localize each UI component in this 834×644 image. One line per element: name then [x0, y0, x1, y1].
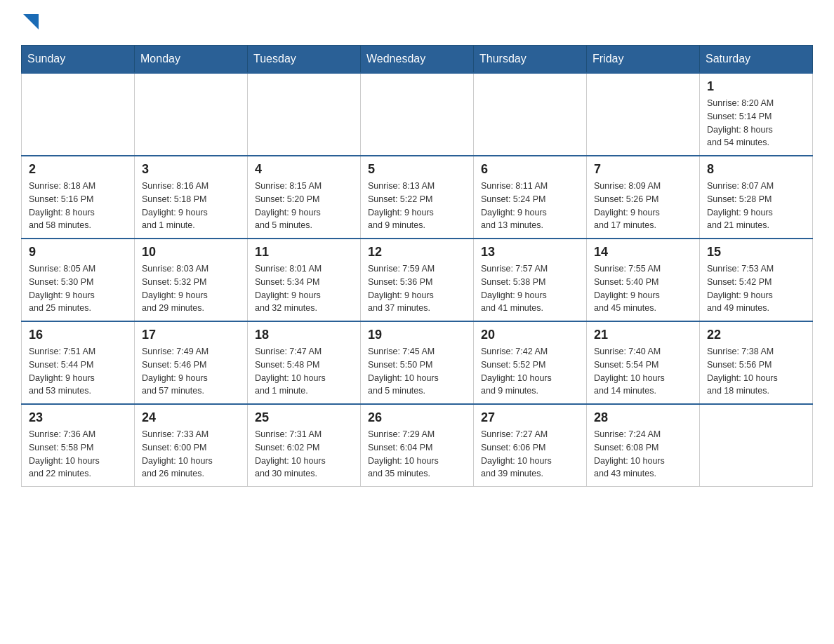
- day-number: 12: [368, 245, 466, 260]
- day-info: Sunrise: 7:45 AM Sunset: 5:50 PM Dayligh…: [368, 345, 466, 398]
- calendar-cell: 15Sunrise: 7:53 AM Sunset: 5:42 PM Dayli…: [700, 239, 813, 321]
- calendar-cell: 5Sunrise: 8:13 AM Sunset: 5:22 PM Daylig…: [361, 156, 474, 239]
- week-row-3: 9Sunrise: 8:05 AM Sunset: 5:30 PM Daylig…: [22, 239, 813, 321]
- calendar-cell: 19Sunrise: 7:45 AM Sunset: 5:50 PM Dayli…: [361, 321, 474, 404]
- calendar-cell: 3Sunrise: 8:16 AM Sunset: 5:18 PM Daylig…: [135, 156, 248, 239]
- logo-arrow-icon: [23, 14, 39, 29]
- day-number: 13: [481, 245, 579, 260]
- day-number: 20: [481, 328, 579, 342]
- day-info: Sunrise: 8:05 AM Sunset: 5:30 PM Dayligh…: [29, 262, 127, 315]
- day-number: 19: [368, 328, 466, 342]
- day-number: 23: [29, 410, 127, 425]
- day-info: Sunrise: 7:53 AM Sunset: 5:42 PM Dayligh…: [707, 262, 805, 315]
- calendar-cell: 1Sunrise: 8:20 AM Sunset: 5:14 PM Daylig…: [700, 73, 813, 156]
- calendar-cell: 26Sunrise: 7:29 AM Sunset: 6:04 PM Dayli…: [361, 404, 474, 487]
- calendar-cell: 12Sunrise: 7:59 AM Sunset: 5:36 PM Dayli…: [361, 239, 474, 321]
- day-info: Sunrise: 8:13 AM Sunset: 5:22 PM Dayligh…: [368, 180, 466, 232]
- day-number: 4: [255, 162, 353, 177]
- calendar-cell: 20Sunrise: 7:42 AM Sunset: 5:52 PM Dayli…: [474, 321, 587, 404]
- day-info: Sunrise: 7:59 AM Sunset: 5:36 PM Dayligh…: [368, 262, 466, 315]
- page-header: [21, 14, 813, 31]
- day-number: 1: [707, 79, 805, 94]
- day-info: Sunrise: 7:51 AM Sunset: 5:44 PM Dayligh…: [29, 345, 127, 398]
- calendar-cell: [361, 73, 474, 156]
- day-number: 18: [255, 328, 353, 342]
- day-number: 25: [255, 410, 353, 425]
- calendar-cell: 8Sunrise: 8:07 AM Sunset: 5:28 PM Daylig…: [700, 156, 813, 239]
- day-number: 26: [368, 410, 466, 425]
- day-number: 2: [29, 162, 127, 177]
- calendar-cell: [248, 73, 361, 156]
- day-info: Sunrise: 8:11 AM Sunset: 5:24 PM Dayligh…: [481, 180, 579, 232]
- day-number: 17: [142, 328, 240, 342]
- calendar-cell: 28Sunrise: 7:24 AM Sunset: 6:08 PM Dayli…: [587, 404, 700, 487]
- calendar-cell: 27Sunrise: 7:27 AM Sunset: 6:06 PM Dayli…: [474, 404, 587, 487]
- day-number: 15: [707, 245, 805, 260]
- day-info: Sunrise: 7:38 AM Sunset: 5:56 PM Dayligh…: [707, 345, 805, 398]
- day-info: Sunrise: 7:47 AM Sunset: 5:48 PM Dayligh…: [255, 345, 353, 398]
- day-number: 22: [707, 328, 805, 342]
- day-info: Sunrise: 8:16 AM Sunset: 5:18 PM Dayligh…: [142, 180, 240, 232]
- day-info: Sunrise: 7:24 AM Sunset: 6:08 PM Dayligh…: [594, 428, 692, 481]
- calendar-cell: 6Sunrise: 8:11 AM Sunset: 5:24 PM Daylig…: [474, 156, 587, 239]
- calendar-cell: [587, 73, 700, 156]
- weekday-header-row: SundayMondayTuesdayWednesdayThursdayFrid…: [22, 46, 813, 74]
- calendar-cell: 25Sunrise: 7:31 AM Sunset: 6:02 PM Dayli…: [248, 404, 361, 487]
- weekday-header-tuesday: Tuesday: [248, 46, 361, 74]
- day-number: 10: [142, 245, 240, 260]
- week-row-2: 2Sunrise: 8:18 AM Sunset: 5:16 PM Daylig…: [22, 156, 813, 239]
- calendar-cell: 18Sunrise: 7:47 AM Sunset: 5:48 PM Dayli…: [248, 321, 361, 404]
- weekday-header-thursday: Thursday: [474, 46, 587, 74]
- day-info: Sunrise: 8:09 AM Sunset: 5:26 PM Dayligh…: [594, 180, 692, 232]
- logo: [21, 14, 39, 31]
- week-row-1: 1Sunrise: 8:20 AM Sunset: 5:14 PM Daylig…: [22, 73, 813, 156]
- calendar-cell: 9Sunrise: 8:05 AM Sunset: 5:30 PM Daylig…: [22, 239, 135, 321]
- calendar-cell: [135, 73, 248, 156]
- calendar-cell: [700, 404, 813, 487]
- calendar-cell: 22Sunrise: 7:38 AM Sunset: 5:56 PM Dayli…: [700, 321, 813, 404]
- day-info: Sunrise: 8:03 AM Sunset: 5:32 PM Dayligh…: [142, 262, 240, 315]
- calendar-cell: 7Sunrise: 8:09 AM Sunset: 5:26 PM Daylig…: [587, 156, 700, 239]
- day-info: Sunrise: 7:55 AM Sunset: 5:40 PM Dayligh…: [594, 262, 692, 315]
- weekday-header-monday: Monday: [135, 46, 248, 74]
- calendar-cell: 16Sunrise: 7:51 AM Sunset: 5:44 PM Dayli…: [22, 321, 135, 404]
- svg-marker-0: [23, 14, 39, 29]
- day-info: Sunrise: 8:01 AM Sunset: 5:34 PM Dayligh…: [255, 262, 353, 315]
- weekday-header-sunday: Sunday: [22, 46, 135, 74]
- day-info: Sunrise: 8:07 AM Sunset: 5:28 PM Dayligh…: [707, 180, 805, 232]
- day-number: 3: [142, 162, 240, 177]
- day-info: Sunrise: 8:18 AM Sunset: 5:16 PM Dayligh…: [29, 180, 127, 232]
- day-info: Sunrise: 7:36 AM Sunset: 5:58 PM Dayligh…: [29, 428, 127, 481]
- day-info: Sunrise: 7:27 AM Sunset: 6:06 PM Dayligh…: [481, 428, 579, 481]
- day-info: Sunrise: 7:42 AM Sunset: 5:52 PM Dayligh…: [481, 345, 579, 398]
- calendar-cell: 4Sunrise: 8:15 AM Sunset: 5:20 PM Daylig…: [248, 156, 361, 239]
- calendar-cell: [474, 73, 587, 156]
- calendar-cell: 23Sunrise: 7:36 AM Sunset: 5:58 PM Dayli…: [22, 404, 135, 487]
- weekday-header-wednesday: Wednesday: [361, 46, 474, 74]
- day-number: 21: [594, 328, 692, 342]
- week-row-4: 16Sunrise: 7:51 AM Sunset: 5:44 PM Dayli…: [22, 321, 813, 404]
- calendar-cell: 21Sunrise: 7:40 AM Sunset: 5:54 PM Dayli…: [587, 321, 700, 404]
- day-number: 28: [594, 410, 692, 425]
- week-row-5: 23Sunrise: 7:36 AM Sunset: 5:58 PM Dayli…: [22, 404, 813, 487]
- weekday-header-friday: Friday: [587, 46, 700, 74]
- day-info: Sunrise: 7:40 AM Sunset: 5:54 PM Dayligh…: [594, 345, 692, 398]
- day-number: 6: [481, 162, 579, 177]
- calendar-cell: 24Sunrise: 7:33 AM Sunset: 6:00 PM Dayli…: [135, 404, 248, 487]
- calendar-cell: 13Sunrise: 7:57 AM Sunset: 5:38 PM Dayli…: [474, 239, 587, 321]
- calendar-cell: [22, 73, 135, 156]
- day-info: Sunrise: 7:33 AM Sunset: 6:00 PM Dayligh…: [142, 428, 240, 481]
- day-number: 5: [368, 162, 466, 177]
- calendar-cell: 10Sunrise: 8:03 AM Sunset: 5:32 PM Dayli…: [135, 239, 248, 321]
- calendar-cell: 11Sunrise: 8:01 AM Sunset: 5:34 PM Dayli…: [248, 239, 361, 321]
- day-number: 27: [481, 410, 579, 425]
- day-info: Sunrise: 7:29 AM Sunset: 6:04 PM Dayligh…: [368, 428, 466, 481]
- day-number: 16: [29, 328, 127, 342]
- weekday-header-saturday: Saturday: [700, 46, 813, 74]
- day-number: 14: [594, 245, 692, 260]
- day-number: 24: [142, 410, 240, 425]
- calendar-cell: 2Sunrise: 8:18 AM Sunset: 5:16 PM Daylig…: [22, 156, 135, 239]
- calendar-table: SundayMondayTuesdayWednesdayThursdayFrid…: [21, 45, 813, 487]
- calendar-cell: 17Sunrise: 7:49 AM Sunset: 5:46 PM Dayli…: [135, 321, 248, 404]
- day-info: Sunrise: 8:15 AM Sunset: 5:20 PM Dayligh…: [255, 180, 353, 232]
